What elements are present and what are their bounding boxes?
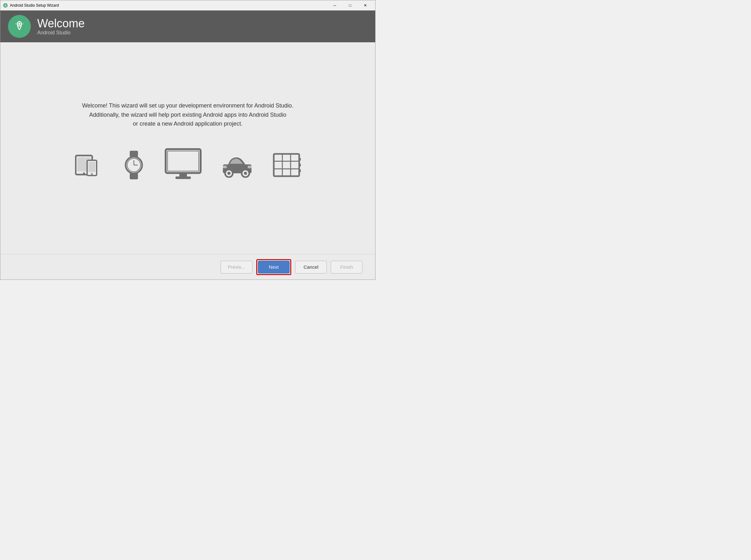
next-button-wrapper: Next <box>256 259 291 275</box>
svg-point-11 <box>91 173 93 175</box>
things-icon <box>272 152 301 178</box>
title-bar-left: A Android Studio Setup Wizard <box>3 3 59 8</box>
previous-button[interactable]: Previo... <box>221 261 252 274</box>
phone-tablet-icon <box>75 152 104 178</box>
cancel-button[interactable]: Cancel <box>295 261 327 274</box>
title-bar: A Android Studio Setup Wizard ─ □ ✕ <box>0 0 375 11</box>
svg-text:A: A <box>4 4 7 7</box>
tv-icon <box>164 147 202 182</box>
svg-rect-17 <box>130 173 138 179</box>
logo-circle <box>8 15 31 38</box>
header-text: Welcome Android Studio <box>37 17 85 36</box>
device-icons-row <box>75 147 301 182</box>
window-title: Android Studio Setup Wizard <box>10 3 59 8</box>
main-content: Welcome! This wizard will set up your de… <box>0 42 375 254</box>
svg-rect-10 <box>88 162 95 172</box>
svg-rect-35 <box>299 164 301 166</box>
header-banner: Welcome Android Studio <box>0 11 375 42</box>
svg-rect-34 <box>299 158 301 161</box>
svg-rect-27 <box>223 166 227 168</box>
finish-button[interactable]: Finish <box>331 261 363 274</box>
svg-point-8 <box>83 172 85 174</box>
car-icon <box>221 152 253 178</box>
close-button[interactable]: ✕ <box>358 1 373 10</box>
svg-rect-19 <box>167 151 199 171</box>
svg-rect-36 <box>299 169 301 172</box>
app-icon: A <box>3 3 8 8</box>
header-title: Welcome <box>37 17 85 30</box>
svg-rect-28 <box>248 166 251 168</box>
footer: Previo... Next Cancel Finish <box>0 254 375 280</box>
watch-icon <box>123 151 145 179</box>
svg-rect-29 <box>274 154 299 176</box>
android-studio-logo <box>13 19 26 34</box>
svg-rect-21 <box>176 177 191 179</box>
next-button[interactable]: Next <box>258 261 290 274</box>
window-controls: ─ □ ✕ <box>327 1 373 10</box>
maximize-button[interactable]: □ <box>343 1 358 10</box>
svg-point-25 <box>227 172 230 175</box>
header-subtitle: Android Studio <box>37 30 85 36</box>
svg-rect-20 <box>179 173 187 177</box>
welcome-description: Welcome! This wizard will set up your de… <box>82 101 293 128</box>
svg-point-26 <box>244 172 247 175</box>
minimize-button[interactable]: ─ <box>327 1 342 10</box>
